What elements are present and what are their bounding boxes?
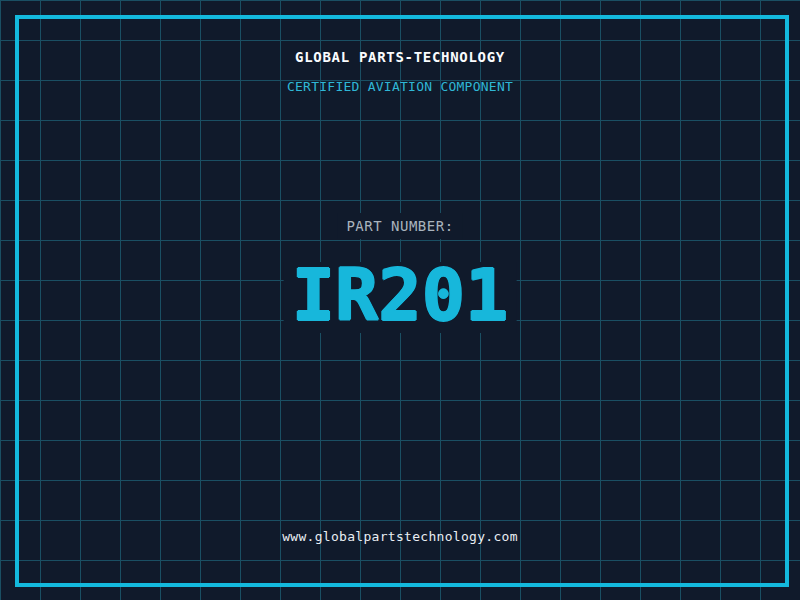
part-label-screen: GLOBAL PARTS-TECHNOLOGY CERTIFIED AVIATI… — [0, 0, 800, 600]
part-number-value: IR201 — [284, 262, 517, 333]
company-name: GLOBAL PARTS-TECHNOLOGY — [0, 49, 800, 65]
part-number-label: PART NUMBER: — [337, 213, 462, 239]
website-url: www.globalpartstechnology.com — [0, 529, 800, 545]
certification-subtitle: CERTIFIED AVIATION COMPONENT — [0, 79, 800, 95]
